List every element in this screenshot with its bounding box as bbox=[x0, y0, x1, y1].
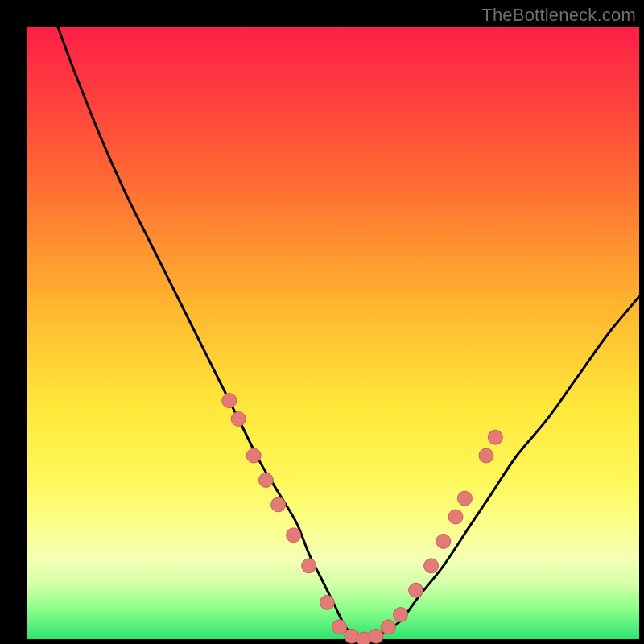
curve-marker bbox=[381, 620, 395, 634]
curve-marker bbox=[287, 528, 301, 543]
curve-marker bbox=[457, 491, 472, 506]
curve-marker bbox=[271, 497, 286, 512]
curve-marker bbox=[246, 448, 261, 463]
curve-marker bbox=[332, 620, 347, 634]
curve-marker bbox=[369, 629, 383, 643]
curve-marker bbox=[222, 394, 237, 408]
curve-marker bbox=[448, 510, 463, 524]
curve-marker bbox=[409, 583, 423, 597]
curve-marker bbox=[231, 411, 246, 426]
curve-marker bbox=[424, 559, 439, 573]
curve-marker bbox=[320, 595, 334, 609]
watermark-text: TheBottleneck.com bbox=[481, 5, 636, 26]
curve-marker bbox=[394, 608, 408, 622]
curve-marker bbox=[436, 534, 451, 548]
bottleneck-curve bbox=[58, 27, 639, 640]
marker-layer bbox=[222, 394, 503, 644]
chart-frame: TheBottleneck.com bbox=[0, 0, 644, 644]
curve-marker bbox=[488, 430, 502, 444]
curve-marker bbox=[302, 559, 316, 573]
curve-marker bbox=[258, 473, 273, 487]
curve-layer bbox=[58, 27, 639, 640]
curve-marker bbox=[479, 448, 493, 463]
chart-svg bbox=[27, 27, 639, 639]
